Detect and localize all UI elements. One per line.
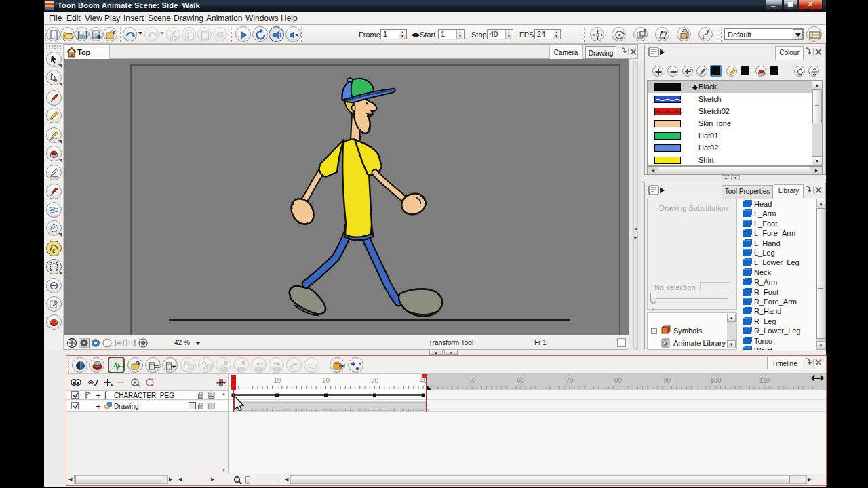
svg-text:S: S xyxy=(295,33,299,39)
svg-text:50: 50 xyxy=(469,377,477,384)
svg-text:10: 10 xyxy=(273,377,281,384)
svg-text:T: T xyxy=(690,68,692,73)
svg-text:2: 2 xyxy=(52,249,55,253)
svg-text:30: 30 xyxy=(371,377,379,384)
svg-text:100: 100 xyxy=(710,377,722,384)
svg-text:90: 90 xyxy=(663,377,671,384)
svg-text:110: 110 xyxy=(759,377,770,384)
svg-text:60: 60 xyxy=(517,377,525,384)
svg-text:70: 70 xyxy=(566,377,574,384)
svg-text:80: 80 xyxy=(614,377,623,384)
svg-text:a: a xyxy=(665,341,667,346)
svg-text:20: 20 xyxy=(322,377,330,384)
